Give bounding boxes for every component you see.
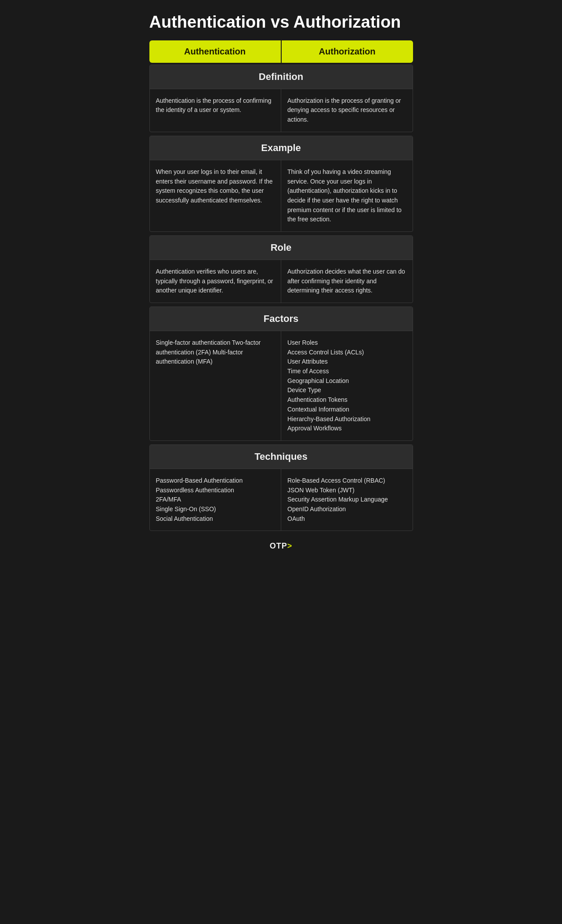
- content-row-definition: Authentication is the process of confirm…: [150, 89, 413, 132]
- content-auth-techniques: Password-Based Authentication Passwordle…: [150, 469, 282, 531]
- section-techniques: TechniquesPassword-Based Authentication …: [149, 444, 413, 531]
- section-header-role: Role: [150, 236, 413, 260]
- section-role: RoleAuthentication verifies who users ar…: [149, 235, 413, 303]
- content-row-role: Authentication verifies who users are, t…: [150, 260, 413, 303]
- section-definition: DefinitionAuthentication is the process …: [149, 65, 413, 132]
- sections-container: DefinitionAuthentication is the process …: [149, 65, 413, 531]
- content-authz-role: Authorization decides what the user can …: [281, 260, 413, 303]
- content-authz-techniques: Role-Based Access Control (RBAC) JSON We…: [281, 469, 413, 531]
- content-row-example: When your user logs in to their email, i…: [150, 160, 413, 231]
- section-factors: FactorsSingle-factor authentication Two-…: [149, 307, 413, 441]
- header-row: Authentication Authorization: [149, 40, 413, 63]
- footer: OTP>: [149, 541, 413, 551]
- header-authorization: Authorization: [282, 40, 413, 63]
- content-auth-definition: Authentication is the process of confirm…: [150, 89, 282, 132]
- content-authz-factors: User Roles Access Control Lists (ACLs) U…: [281, 331, 413, 440]
- content-authz-example: Think of you having a video streaming se…: [281, 160, 413, 231]
- section-header-techniques: Techniques: [150, 445, 413, 469]
- content-auth-example: When your user logs in to their email, i…: [150, 160, 282, 231]
- content-auth-factors: Single-factor authentication Two-factor …: [150, 331, 282, 440]
- section-header-example: Example: [150, 136, 413, 160]
- content-row-techniques: Password-Based Authentication Passwordle…: [150, 469, 413, 531]
- content-row-factors: Single-factor authentication Two-factor …: [150, 331, 413, 440]
- section-example: ExampleWhen your user logs in to their e…: [149, 136, 413, 232]
- footer-brand: OTP: [270, 541, 287, 550]
- content-authz-definition: Authorization is the process of granting…: [281, 89, 413, 132]
- section-header-definition: Definition: [150, 65, 413, 89]
- footer-arrow: >: [287, 541, 293, 550]
- header-authentication: Authentication: [149, 40, 282, 63]
- page-title: Authentication vs Authorization: [149, 13, 413, 32]
- section-header-factors: Factors: [150, 307, 413, 331]
- content-auth-role: Authentication verifies who users are, t…: [150, 260, 282, 303]
